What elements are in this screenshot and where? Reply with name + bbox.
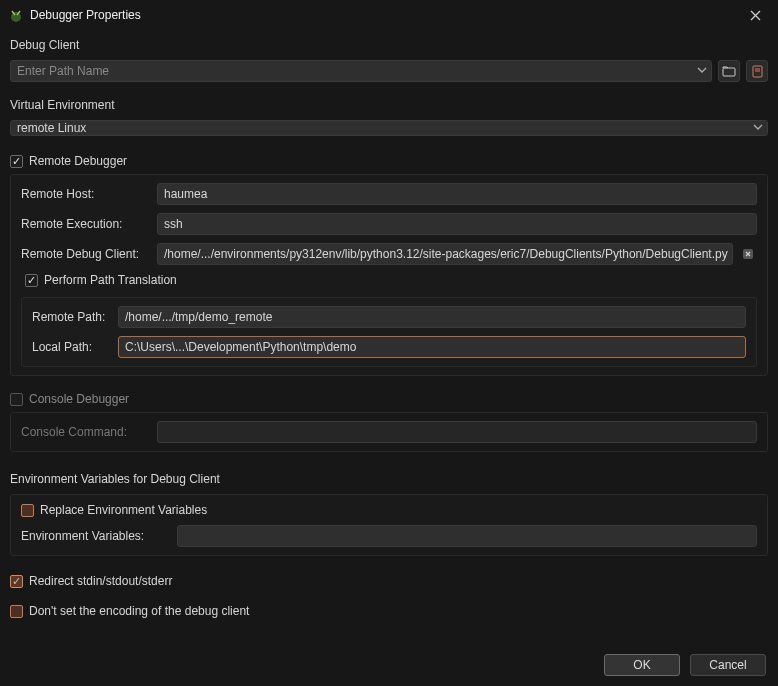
venv-combo[interactable]: remote Linux xyxy=(10,120,768,136)
debug-client-combo[interactable] xyxy=(10,60,712,82)
checkbox-box xyxy=(10,393,23,406)
checkbox-box xyxy=(10,605,23,618)
checkbox-box xyxy=(10,155,23,168)
venv-selected: remote Linux xyxy=(17,121,86,135)
console-debugger-checkbox-label: Console Debugger xyxy=(29,392,129,406)
remote-path-input[interactable] xyxy=(118,306,746,328)
console-command-input xyxy=(157,421,757,443)
window-title: Debugger Properties xyxy=(30,8,740,22)
dialog-footer: OK Cancel xyxy=(604,654,766,676)
remote-debugger-checkbox-label: Remote Debugger xyxy=(29,154,127,168)
chevron-down-icon xyxy=(753,121,763,135)
remote-host-input[interactable] xyxy=(157,183,757,205)
replace-env-checkbox-label: Replace Environment Variables xyxy=(40,503,207,517)
env-vars-input[interactable] xyxy=(177,525,757,547)
no-encoding-checkbox-label: Don't set the encoding of the debug clie… xyxy=(29,604,249,618)
console-group: Console Command: xyxy=(10,412,768,452)
folder-icon xyxy=(722,65,736,77)
app-icon xyxy=(8,7,24,23)
file-warn-icon xyxy=(751,65,764,78)
checkbox-box xyxy=(25,274,38,287)
path-translation-checkbox-label: Perform Path Translation xyxy=(44,273,177,287)
checkbox-box xyxy=(21,504,34,517)
remote-client-input[interactable] xyxy=(157,243,733,265)
redirect-stdio-checkbox-label: Redirect stdin/stdout/stderr xyxy=(29,574,172,588)
title-bar: Debugger Properties xyxy=(0,0,778,30)
venv-label: Virtual Environment xyxy=(10,98,768,112)
svg-rect-1 xyxy=(723,68,735,76)
replace-env-checkbox[interactable]: Replace Environment Variables xyxy=(21,503,757,517)
env-group: Replace Environment Variables Environmen… xyxy=(10,494,768,556)
env-section-label: Environment Variables for Debug Client xyxy=(10,472,768,486)
ok-button[interactable]: OK xyxy=(604,654,680,676)
svg-point-0 xyxy=(11,12,21,22)
checkbox-box xyxy=(10,575,23,588)
path-translation-group: Remote Path: Local Path: xyxy=(21,297,757,367)
redirect-stdio-checkbox[interactable]: Redirect stdin/stdout/stderr xyxy=(10,574,768,588)
debug-client-label: Debug Client xyxy=(10,38,768,52)
no-encoding-checkbox[interactable]: Don't set the encoding of the debug clie… xyxy=(10,604,768,618)
remote-host-label: Remote Host: xyxy=(21,187,151,201)
remote-client-label: Remote Debug Client: xyxy=(21,247,151,261)
local-path-label: Local Path: xyxy=(32,340,112,354)
browse-folder-button[interactable] xyxy=(718,60,740,82)
debug-client-input[interactable] xyxy=(17,61,697,81)
remote-path-label: Remote Path: xyxy=(32,310,112,324)
local-path-input[interactable] xyxy=(118,336,746,358)
chevron-down-icon xyxy=(697,64,707,78)
console-command-label: Console Command: xyxy=(21,425,151,439)
clear-path-button[interactable] xyxy=(746,60,768,82)
close-button[interactable] xyxy=(740,0,770,30)
clear-icon xyxy=(742,248,754,260)
remote-exec-input[interactable] xyxy=(157,213,757,235)
path-translation-checkbox[interactable]: Perform Path Translation xyxy=(25,273,757,287)
console-debugger-checkbox[interactable]: Console Debugger xyxy=(10,392,768,406)
remote-debugger-checkbox[interactable]: Remote Debugger xyxy=(10,154,768,168)
remote-exec-label: Remote Execution: xyxy=(21,217,151,231)
remote-debugger-group: Remote Host: Remote Execution: Remote De… xyxy=(10,174,768,376)
cancel-button[interactable]: Cancel xyxy=(690,654,766,676)
clear-remote-client-button[interactable] xyxy=(739,245,757,263)
env-vars-label: Environment Variables: xyxy=(21,529,171,543)
